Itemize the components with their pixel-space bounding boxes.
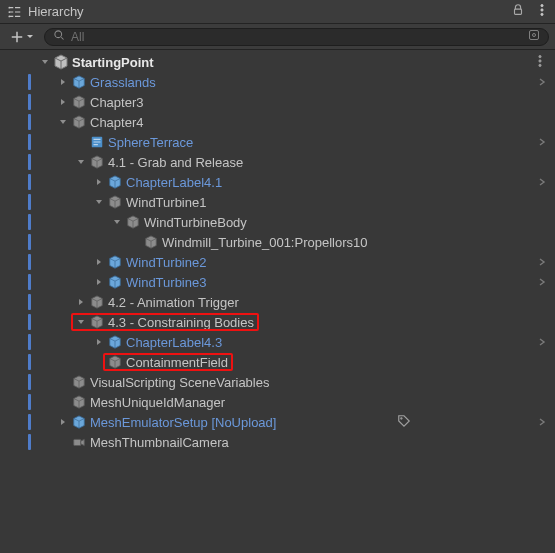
tree-row[interactable]: 4.3 - Constraining Bodies (0, 312, 555, 332)
expand-arrow-icon[interactable] (56, 417, 70, 427)
open-prefab-icon[interactable] (537, 275, 547, 290)
object-label: WindTurbineBody (144, 215, 247, 230)
gameobject-icon (70, 415, 88, 429)
tree-row[interactable]: MeshUniqueIdManager (0, 392, 555, 412)
expand-arrow-icon[interactable] (92, 277, 106, 287)
kebab-menu-icon[interactable] (535, 3, 549, 20)
svg-rect-8 (530, 31, 539, 40)
object-label: Chapter4 (90, 115, 143, 130)
tree-row[interactable]: Chapter3 (0, 92, 555, 112)
gameobject-icon (106, 175, 124, 189)
prefab-bar (28, 274, 31, 290)
svg-point-11 (539, 59, 541, 61)
open-prefab-icon[interactable] (537, 255, 547, 270)
expand-arrow-icon[interactable] (74, 317, 88, 327)
create-button[interactable] (6, 28, 38, 46)
search-field[interactable] (44, 28, 549, 46)
open-prefab-icon[interactable] (537, 175, 547, 190)
object-label: ChapterLabel4.1 (126, 175, 222, 190)
tree-row[interactable]: Grasslands (0, 72, 555, 92)
gameobject-icon (70, 395, 88, 409)
gameobject-icon (70, 115, 88, 129)
svg-point-14 (400, 417, 402, 419)
expand-arrow-icon[interactable] (110, 217, 124, 227)
expand-arrow-icon[interactable] (56, 77, 70, 87)
prefab-bar (28, 334, 31, 350)
prefab-bar (28, 74, 31, 90)
tree-row[interactable]: MeshEmulatorSetup [NoUpload] (0, 412, 555, 432)
prefab-bar (28, 294, 31, 310)
expand-arrow-icon[interactable] (38, 57, 52, 67)
expand-arrow-icon[interactable] (74, 157, 88, 167)
svg-point-7 (55, 31, 62, 38)
hierarchy-tree: StartingPointGrasslandsChapter3Chapter4S… (0, 50, 555, 458)
tree-row[interactable]: WindTurbine2 (0, 252, 555, 272)
svg-point-2 (8, 15, 10, 17)
panel-header: Hierarchy (0, 0, 555, 24)
tree-row[interactable]: 4.2 - Animation Trigger (0, 292, 555, 312)
object-label: MeshEmulatorSetup [NoUpload] (90, 415, 276, 430)
gameobject-icon (106, 335, 124, 349)
panel-title: Hierarchy (28, 4, 84, 19)
expand-arrow-icon[interactable] (74, 297, 88, 307)
tree-row[interactable]: MeshThumbnailCamera (0, 432, 555, 452)
script-icon (88, 135, 106, 149)
tree-row[interactable]: Windmill_Turbine_001:Propellors10 (0, 232, 555, 252)
prefab-bar (28, 154, 31, 170)
open-prefab-icon[interactable] (537, 135, 547, 150)
gameobject-icon (88, 295, 106, 309)
gameobject-icon (142, 235, 160, 249)
tree-row[interactable]: StartingPoint (0, 52, 555, 72)
svg-point-9 (533, 34, 536, 37)
prefab-bar (28, 354, 31, 370)
object-label: VisualScripting SceneVariables (90, 375, 269, 390)
lock-icon[interactable] (511, 3, 525, 20)
open-prefab-icon[interactable] (537, 75, 547, 90)
gameobject-icon (124, 215, 142, 229)
tree-row[interactable]: ChapterLabel4.1 (0, 172, 555, 192)
expand-arrow-icon[interactable] (92, 257, 106, 267)
expand-arrow-icon[interactable] (56, 117, 70, 127)
tree-row[interactable]: 4.1 - Grab and Release (0, 152, 555, 172)
object-label: ContainmentField (126, 355, 228, 370)
prefab-bar (28, 314, 31, 330)
expand-arrow-icon[interactable] (92, 337, 106, 347)
prefab-bar (28, 174, 31, 190)
hierarchy-panel: Hierarchy StartingPointGrasslandsChapte (0, 0, 555, 553)
search-input[interactable] (71, 30, 522, 44)
gameobject-icon (106, 195, 124, 209)
object-label: WindTurbine3 (126, 275, 206, 290)
tree-row[interactable]: ContainmentField (0, 352, 555, 372)
prefab-bar (28, 374, 31, 390)
expand-arrow-icon[interactable] (92, 197, 106, 207)
prefab-bar (28, 114, 31, 130)
tag-icon[interactable] (397, 414, 411, 431)
prefab-bar (28, 194, 31, 210)
tree-row[interactable]: ChapterLabel4.3 (0, 332, 555, 352)
svg-point-5 (541, 9, 543, 11)
open-prefab-icon[interactable] (537, 335, 547, 350)
gameobject-icon (106, 275, 124, 289)
gameobject-icon (88, 315, 106, 329)
open-prefab-icon[interactable] (537, 415, 547, 430)
tree-row[interactable]: VisualScripting SceneVariables (0, 372, 555, 392)
tree-row[interactable]: Chapter4 (0, 112, 555, 132)
tree-row[interactable]: SphereTerrace (0, 132, 555, 152)
toolbar (0, 24, 555, 50)
object-label: StartingPoint (72, 55, 154, 70)
prefab-bar (28, 394, 31, 410)
gameobject-icon (106, 355, 124, 369)
expand-arrow-icon[interactable] (56, 97, 70, 107)
svg-point-6 (541, 13, 543, 15)
gameobject-icon (88, 155, 106, 169)
camera-icon (70, 435, 88, 449)
tree-row[interactable]: WindTurbine3 (0, 272, 555, 292)
object-label: 4.2 - Animation Trigger (108, 295, 239, 310)
object-label: Chapter3 (90, 95, 143, 110)
tree-row[interactable]: WindTurbine1 (0, 192, 555, 212)
expand-arrow-icon[interactable] (92, 177, 106, 187)
tree-row[interactable]: WindTurbineBody (0, 212, 555, 232)
object-label: 4.1 - Grab and Release (108, 155, 243, 170)
search-type-icon[interactable] (528, 29, 540, 44)
scene-menu-icon[interactable] (533, 54, 547, 71)
